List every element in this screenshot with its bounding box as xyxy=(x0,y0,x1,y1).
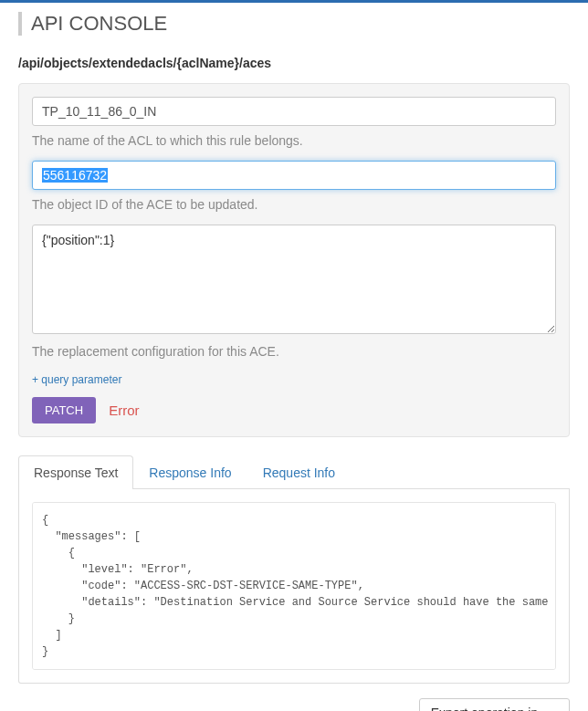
page-title: API CONSOLE xyxy=(18,12,570,36)
object-id-value: 556116732 xyxy=(42,168,108,183)
tab-response-text[interactable]: Response Text xyxy=(18,455,133,489)
acl-name-help: The name of the ACL to which this rule b… xyxy=(32,133,556,148)
status-label: Error xyxy=(109,403,139,418)
export-label: Export operation in.. xyxy=(431,706,545,711)
tab-request-info[interactable]: Request Info xyxy=(247,455,351,489)
acl-name-input[interactable] xyxy=(32,97,556,126)
main-container: API CONSOLE /api/objects/extendedacls/{a… xyxy=(0,3,588,711)
response-body[interactable]: { "messages": [ { "level": "Error", "cod… xyxy=(32,502,556,670)
response-panel: { "messages": [ { "level": "Error", "cod… xyxy=(18,489,570,684)
request-body-textarea[interactable] xyxy=(32,225,556,334)
request-panel: The name of the ACL to which this rule b… xyxy=(18,83,570,437)
patch-button[interactable]: PATCH xyxy=(32,397,96,423)
request-body-help: The replacement configuration for this A… xyxy=(32,344,556,359)
object-id-help: The object ID of the ACE to be updated. xyxy=(32,197,556,212)
response-tabs: Response Text Response Info Request Info xyxy=(18,455,570,489)
endpoint-path: /api/objects/extendedacls/{aclName}/aces xyxy=(18,56,570,70)
tab-response-info[interactable]: Response Info xyxy=(133,455,247,489)
export-operation-button[interactable]: Export operation in.. xyxy=(419,698,570,711)
object-id-input[interactable]: 556116732 xyxy=(32,161,556,190)
action-row: PATCH Error xyxy=(32,397,556,423)
export-row: Export operation in.. xyxy=(18,698,570,711)
add-query-parameter-link[interactable]: + query parameter xyxy=(32,373,121,386)
